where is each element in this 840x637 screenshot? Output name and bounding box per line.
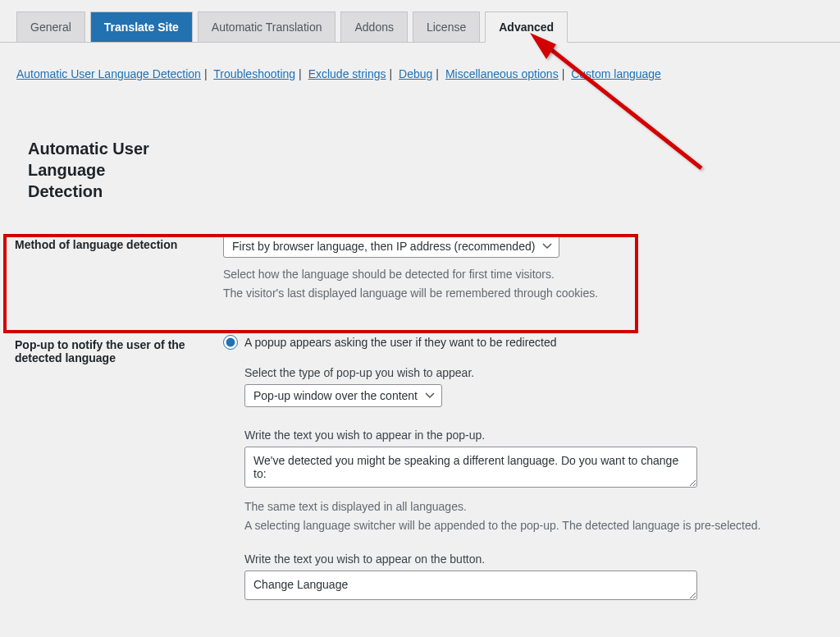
popup-text-input[interactable]: [244, 447, 697, 488]
popup-text-help1: The same text is displayed in all langua…: [244, 498, 825, 516]
popup-radio-row: A popup appears asking the user if they …: [223, 335, 825, 350]
popup-button-label: Write the text you wish to appear on the…: [244, 552, 825, 566]
popup-label: Pop-up to notify the user of the detecte…: [15, 335, 223, 364]
sublink-debug[interactable]: Debug: [399, 67, 432, 80]
method-select[interactable]: First by browser language, then IP addre…: [223, 235, 559, 258]
tab-automatic-translation[interactable]: Automatic Translation: [198, 11, 336, 42]
popup-type-label: Select the type of pop-up you wish to ap…: [244, 366, 825, 379]
tab-addons[interactable]: Addons: [340, 11, 407, 42]
section-title: Automatic User Language Detection: [0, 89, 164, 218]
sublink-troubleshooting[interactable]: Troubleshooting: [213, 67, 295, 80]
sublink-custom-language[interactable]: Custom language: [571, 67, 661, 80]
tab-license[interactable]: License: [413, 11, 480, 42]
popup-button-input[interactable]: [244, 571, 697, 600]
tab-translate-site[interactable]: Translate Site: [90, 11, 193, 42]
popup-type-select[interactable]: Pop-up window over the content: [244, 384, 442, 407]
tab-general[interactable]: General: [16, 11, 85, 42]
method-help1: Select how the language should be detect…: [223, 266, 825, 283]
sublink-exclude-strings[interactable]: Exclude strings: [308, 67, 386, 80]
popup-text-label: Write the text you wish to appear in the…: [244, 428, 825, 442]
sublink-auto-detection[interactable]: Automatic User Language Detection: [16, 67, 201, 80]
method-label: Method of language detection: [15, 235, 223, 251]
setting-popup: Pop-up to notify the user of the detecte…: [0, 318, 840, 619]
tab-advanced[interactable]: Advanced: [485, 11, 568, 43]
popup-radio-label: A popup appears asking the user if they …: [244, 336, 557, 349]
sublink-misc-options[interactable]: Miscellaneous options: [445, 67, 559, 80]
setting-method: Method of language detection First by br…: [0, 218, 840, 318]
popup-radio[interactable]: [223, 335, 238, 350]
sublink-nav: Automatic User Language Detection| Troub…: [0, 43, 840, 89]
settings-tabs: General Translate Site Automatic Transla…: [0, 0, 840, 43]
method-help2: The visitor's last displayed language wi…: [223, 285, 825, 302]
popup-text-help2: A selecting language switcher will be ap…: [244, 517, 825, 534]
